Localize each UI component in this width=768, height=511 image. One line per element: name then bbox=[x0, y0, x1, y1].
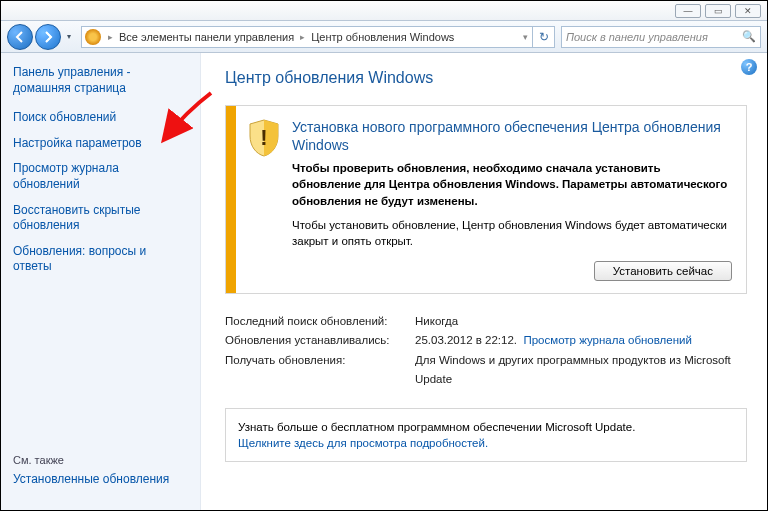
back-button[interactable] bbox=[7, 24, 33, 50]
maximize-button[interactable]: ▭ bbox=[705, 4, 731, 18]
history-link[interactable]: Просмотр журнала обновлений bbox=[523, 334, 691, 346]
chevron-right-icon: ▸ bbox=[104, 32, 117, 42]
svg-text:!: ! bbox=[260, 125, 267, 150]
titlebar: — ▭ ✕ bbox=[1, 1, 767, 21]
info-label: Обновления устанавливались: bbox=[225, 331, 415, 351]
navbar: ▾ ▸ Все элементы панели управления ▸ Цен… bbox=[1, 21, 767, 53]
info-value: 25.03.2012 в 22:12. Просмотр журнала обн… bbox=[415, 331, 747, 351]
alert-panel: ! Установка нового программного обеспече… bbox=[225, 105, 747, 294]
info-row-last-check: Последний поиск обновлений: Никогда bbox=[225, 312, 747, 332]
search-input[interactable]: Поиск в панели управления 🔍 bbox=[561, 26, 761, 48]
chevron-right-icon: ▸ bbox=[296, 32, 309, 42]
sidebar-link-settings[interactable]: Настройка параметров bbox=[13, 136, 188, 152]
info-grid: Последний поиск обновлений: Никогда Обно… bbox=[225, 312, 747, 390]
breadcrumb-dropdown[interactable]: ▾ bbox=[519, 32, 532, 42]
search-icon: 🔍 bbox=[742, 30, 756, 43]
refresh-button[interactable]: ↻ bbox=[532, 26, 554, 48]
alert-title: Установка нового программного обеспечени… bbox=[292, 118, 732, 154]
breadcrumb[interactable]: ▸ Все элементы панели управления ▸ Центр… bbox=[81, 26, 555, 48]
info-value: Для Windows и других программных продукт… bbox=[415, 351, 747, 390]
breadcrumb-seg-1[interactable]: Все элементы панели управления bbox=[117, 31, 296, 43]
info-row-receive: Получать обновления: Для Windows и други… bbox=[225, 351, 747, 390]
info-label: Последний поиск обновлений: bbox=[225, 312, 415, 332]
nav-history-dropdown[interactable]: ▾ bbox=[63, 28, 75, 46]
msupdate-details-link[interactable]: Щелкните здесь для просмотра подробносте… bbox=[238, 435, 734, 451]
sidebar: Панель управления - домашняя страница По… bbox=[1, 53, 201, 510]
info-value: Никогда bbox=[415, 312, 747, 332]
msupdate-text: Узнать больше о бесплатном программном о… bbox=[238, 421, 635, 433]
forward-button[interactable] bbox=[35, 24, 61, 50]
breadcrumb-seg-2[interactable]: Центр обновления Windows bbox=[309, 31, 456, 43]
info-label: Получать обновления: bbox=[225, 351, 415, 390]
alert-bold-text: Чтобы проверить обновления, необходимо с… bbox=[292, 160, 732, 208]
help-icon[interactable]: ? bbox=[741, 59, 757, 75]
sidebar-link-faq[interactable]: Обновления: вопросы и ответы bbox=[13, 244, 188, 275]
sidebar-seealso-label: См. также bbox=[13, 454, 188, 466]
sidebar-link-history[interactable]: Просмотр журнала обновлений bbox=[13, 161, 188, 192]
sidebar-link-search-updates[interactable]: Поиск обновлений bbox=[13, 110, 188, 126]
main-content: ? Центр обновления Windows ! Установка н… bbox=[201, 53, 767, 510]
shield-warning-icon: ! bbox=[246, 118, 282, 158]
alert-plain-text: Чтобы установить обновление, Центр обнов… bbox=[292, 217, 732, 249]
install-now-button[interactable]: Установить сейчас bbox=[594, 261, 732, 281]
sidebar-home-link[interactable]: Панель управления - домашняя страница bbox=[13, 65, 188, 96]
search-placeholder: Поиск в панели управления bbox=[566, 31, 708, 43]
msupdate-panel: Узнать больше о бесплатном программном о… bbox=[225, 408, 747, 462]
minimize-button[interactable]: — bbox=[675, 4, 701, 18]
close-button[interactable]: ✕ bbox=[735, 4, 761, 18]
info-row-installed: Обновления устанавливались: 25.03.2012 в… bbox=[225, 331, 747, 351]
page-title: Центр обновления Windows bbox=[225, 69, 747, 87]
control-panel-icon bbox=[85, 29, 101, 45]
sidebar-link-installed-updates[interactable]: Установленные обновления bbox=[13, 472, 188, 488]
alert-stripe bbox=[226, 106, 236, 293]
sidebar-link-restore-hidden[interactable]: Восстановить скрытые обновления bbox=[13, 203, 188, 234]
